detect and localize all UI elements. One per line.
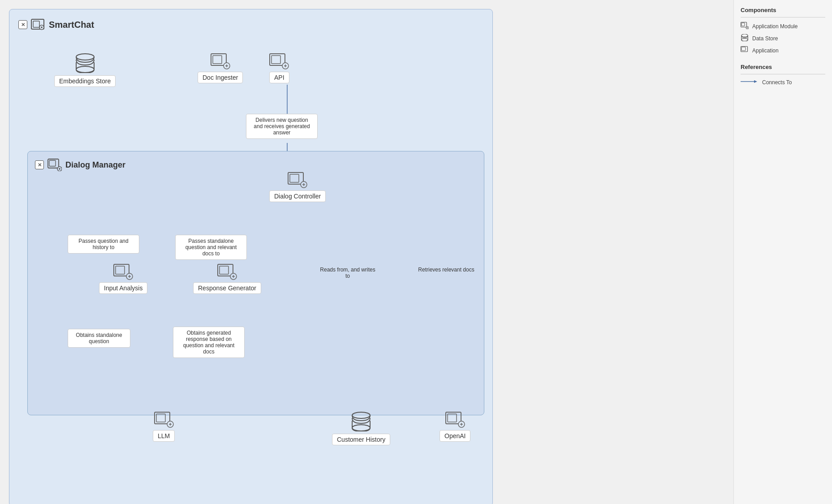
- openai-icon: [445, 412, 465, 428]
- smartchat-module-icon: [31, 18, 45, 31]
- api-icon: [269, 53, 289, 69]
- openai-label: OpenAI: [440, 430, 470, 442]
- doc-ingester-node: Doc Ingester: [198, 53, 243, 83]
- svg-rect-61: [220, 266, 228, 274]
- response-generator-label: Response Generator: [193, 282, 261, 294]
- response-generator-icon: [217, 264, 237, 280]
- obtains-generated-label: Obtains generated response based on ques…: [173, 327, 245, 358]
- embeddings-store-node: Embeddings Store: [54, 53, 116, 87]
- svg-point-83: [741, 39, 748, 41]
- legend-application-module: Application Module: [741, 22, 825, 30]
- diagram-canvas: Embeddings Store Doc Ingester: [18, 40, 484, 497]
- smartchat-box: ✕ SmartChat: [9, 9, 493, 504]
- connects-to-arrow-icon: [741, 79, 759, 86]
- dialog-controller-label: Dialog Controller: [269, 190, 326, 202]
- svg-point-71: [352, 425, 370, 431]
- retrieves-label: Retrieves relevant docs: [413, 264, 480, 276]
- main-area: ✕ SmartChat: [0, 0, 733, 504]
- passes-standalone-label: Passes standalone question and relevant …: [175, 235, 247, 260]
- dialog-controller-node: Dialog Controller: [269, 172, 326, 202]
- data-store-legend-label: Data Store: [752, 35, 778, 42]
- svg-rect-78: [741, 23, 745, 26]
- dialog-manager-close-button[interactable]: ✕: [35, 160, 44, 169]
- legend-data-store: Data Store: [741, 34, 825, 43]
- embeddings-store-label: Embeddings Store: [54, 75, 116, 87]
- doc-ingester-icon: [211, 53, 230, 69]
- svg-point-34: [76, 66, 94, 73]
- customer-history-label: Customer History: [332, 434, 390, 445]
- svg-rect-1: [33, 21, 39, 27]
- svg-rect-36: [213, 56, 222, 64]
- legend-application: Application: [741, 46, 825, 55]
- api-node: API: [269, 53, 289, 83]
- response-generator-node: Response Generator: [193, 264, 261, 294]
- customer-history-node: Customer History: [332, 412, 390, 445]
- dialog-manager-title-bar: ✕ Dialog Manager: [35, 159, 477, 171]
- smartchat-title-bar: ✕ SmartChat: [18, 18, 483, 31]
- input-analysis-node: Input Analysis: [99, 264, 147, 294]
- svg-point-82: [741, 34, 748, 37]
- dialog-manager-icon: [47, 159, 62, 171]
- smartchat-close-button[interactable]: ✕: [18, 20, 27, 29]
- svg-rect-56: [116, 266, 125, 274]
- delivers-label: Delivers new question and receives gener…: [246, 114, 318, 139]
- svg-rect-51: [290, 174, 299, 182]
- svg-rect-73: [448, 414, 457, 422]
- connects-to-label: Connects To: [762, 79, 792, 86]
- passes-history-label: Passes question and history to: [68, 235, 139, 254]
- doc-ingester-label: Doc Ingester: [198, 72, 243, 83]
- dialog-controller-icon: [288, 172, 307, 188]
- embeddings-store-icon: [74, 53, 96, 73]
- application-legend-icon: [741, 46, 749, 55]
- application-legend-label: Application: [752, 47, 779, 54]
- svg-rect-46: [49, 160, 56, 166]
- right-panel: Components Application Module Data Store: [733, 0, 832, 504]
- smartchat-label: SmartChat: [49, 20, 94, 30]
- app-module-legend-label: Application Module: [752, 23, 798, 30]
- llm-icon: [154, 412, 174, 428]
- openai-node: OpenAI: [440, 412, 470, 442]
- svg-rect-85: [741, 47, 746, 51]
- references-section-title: References: [741, 64, 825, 74]
- svg-point-70: [352, 412, 370, 418]
- reads-writes-label: Reads from, and writes to: [314, 264, 381, 282]
- dialog-manager-label: Dialog Manager: [65, 160, 125, 170]
- svg-point-33: [76, 54, 94, 60]
- svg-rect-41: [272, 56, 280, 64]
- llm-node: LLM: [153, 412, 175, 442]
- legend-connects-to: Connects To: [741, 79, 825, 86]
- data-store-legend-icon: [741, 34, 749, 43]
- components-section-title: Components: [741, 7, 825, 17]
- input-analysis-label: Input Analysis: [99, 282, 147, 294]
- app-module-legend-icon: [741, 22, 749, 30]
- llm-label: LLM: [153, 430, 175, 442]
- svg-rect-66: [156, 414, 165, 422]
- input-analysis-icon: [113, 264, 133, 280]
- svg-marker-87: [754, 80, 757, 83]
- customer-history-icon: [350, 412, 372, 431]
- obtains-standalone-label: Obtains standalone question: [68, 329, 130, 348]
- api-label: API: [269, 72, 289, 83]
